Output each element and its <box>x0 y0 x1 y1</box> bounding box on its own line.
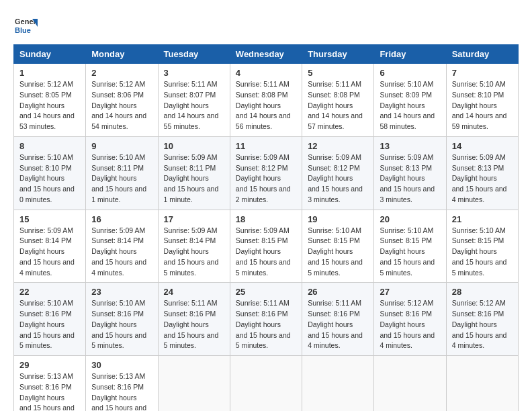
day-number: 5 <box>308 68 368 78</box>
day-number: 4 <box>236 68 296 78</box>
calendar-cell: 20 Sunrise: 5:10 AMSunset: 8:15 PMDaylig… <box>374 210 446 283</box>
calendar-cell: 7 Sunrise: 5:10 AMSunset: 8:10 PMDayligh… <box>446 64 518 137</box>
day-of-week-header: Saturday <box>446 45 518 64</box>
day-number: 18 <box>236 214 296 224</box>
day-of-week-header: Wednesday <box>230 45 302 64</box>
calendar-cell <box>446 356 518 412</box>
calendar-cell: 6 Sunrise: 5:10 AMSunset: 8:09 PMDayligh… <box>374 64 446 137</box>
calendar-cell: 8 Sunrise: 5:10 AMSunset: 8:10 PMDayligh… <box>14 136 86 210</box>
day-number: 12 <box>308 141 368 151</box>
day-number: 19 <box>308 214 368 224</box>
cell-details: Sunrise: 5:10 AMSunset: 8:10 PMDaylight … <box>452 80 507 130</box>
cell-details: Sunrise: 5:09 AMSunset: 8:13 PMDaylight … <box>452 153 507 203</box>
day-of-week-header: Sunday <box>14 45 86 64</box>
cell-details: Sunrise: 5:10 AMSunset: 8:15 PMDaylight … <box>308 226 363 277</box>
calendar-cell: 9 Sunrise: 5:10 AMSunset: 8:11 PMDayligh… <box>86 136 158 210</box>
day-number: 10 <box>164 141 224 151</box>
day-number: 20 <box>380 214 440 224</box>
calendar-cell <box>374 356 446 412</box>
cell-details: Sunrise: 5:11 AMSunset: 8:08 PMDaylight … <box>308 80 363 130</box>
calendar-week-row: 29 Sunrise: 5:13 AMSunset: 8:16 PMDaylig… <box>14 356 519 412</box>
day-number: 17 <box>164 214 224 224</box>
day-number: 22 <box>19 287 80 297</box>
day-number: 7 <box>452 68 513 78</box>
calendar-cell: 4 Sunrise: 5:11 AMSunset: 8:08 PMDayligh… <box>230 64 302 137</box>
calendar-cell: 18 Sunrise: 5:09 AMSunset: 8:15 PMDaylig… <box>230 210 302 283</box>
calendar-cell: 10 Sunrise: 5:09 AMSunset: 8:11 PMDaylig… <box>158 136 230 210</box>
day-number: 30 <box>91 360 152 370</box>
calendar-week-row: 1 Sunrise: 5:12 AMSunset: 8:05 PMDayligh… <box>14 64 519 137</box>
calendar-cell: 30 Sunrise: 5:13 AMSunset: 8:16 PMDaylig… <box>86 356 158 412</box>
calendar-cell: 5 Sunrise: 5:11 AMSunset: 8:08 PMDayligh… <box>302 64 374 137</box>
day-of-week-header: Thursday <box>302 45 374 64</box>
day-number: 13 <box>380 141 440 151</box>
day-number: 16 <box>91 214 152 224</box>
cell-details: Sunrise: 5:10 AMSunset: 8:09 PMDaylight … <box>380 80 435 130</box>
calendar-header-row: SundayMondayTuesdayWednesdayThursdayFrid… <box>14 45 519 64</box>
cell-details: Sunrise: 5:10 AMSunset: 8:16 PMDaylight … <box>19 299 75 349</box>
day-number: 2 <box>91 68 152 78</box>
calendar-cell: 25 Sunrise: 5:11 AMSunset: 8:16 PMDaylig… <box>230 283 302 356</box>
cell-details: Sunrise: 5:12 AMSunset: 8:16 PMDaylight … <box>380 299 435 349</box>
cell-details: Sunrise: 5:12 AMSunset: 8:06 PMDaylight … <box>91 80 146 130</box>
day-number: 26 <box>308 287 368 297</box>
day-of-week-header: Tuesday <box>158 45 230 64</box>
calendar-cell <box>230 356 302 412</box>
day-number: 29 <box>19 360 80 370</box>
calendar-cell: 13 Sunrise: 5:09 AMSunset: 8:13 PMDaylig… <box>374 136 446 210</box>
cell-details: Sunrise: 5:10 AMSunset: 8:11 PMDaylight … <box>91 153 146 203</box>
day-number: 23 <box>91 287 152 297</box>
logo-icon: General Blue <box>13 13 38 38</box>
day-number: 8 <box>19 141 80 151</box>
day-of-week-header: Monday <box>86 45 158 64</box>
calendar-cell: 29 Sunrise: 5:13 AMSunset: 8:16 PMDaylig… <box>14 356 86 412</box>
cell-details: Sunrise: 5:11 AMSunset: 8:08 PMDaylight … <box>236 80 291 130</box>
cell-details: Sunrise: 5:09 AMSunset: 8:14 PMDaylight … <box>19 226 75 277</box>
day-number: 27 <box>380 287 440 297</box>
cell-details: Sunrise: 5:13 AMSunset: 8:16 PMDaylight … <box>19 372 75 411</box>
calendar-cell: 12 Sunrise: 5:09 AMSunset: 8:12 PMDaylig… <box>302 136 374 210</box>
logo: General Blue <box>13 13 40 38</box>
day-number: 25 <box>236 287 296 297</box>
calendar-cell: 19 Sunrise: 5:10 AMSunset: 8:15 PMDaylig… <box>302 210 374 283</box>
calendar-cell: 23 Sunrise: 5:10 AMSunset: 8:16 PMDaylig… <box>86 283 158 356</box>
cell-details: Sunrise: 5:11 AMSunset: 8:16 PMDaylight … <box>236 299 291 349</box>
day-number: 14 <box>452 141 513 151</box>
calendar-cell: 3 Sunrise: 5:11 AMSunset: 8:07 PMDayligh… <box>158 64 230 137</box>
day-number: 28 <box>452 287 513 297</box>
calendar-cell: 26 Sunrise: 5:11 AMSunset: 8:16 PMDaylig… <box>302 283 374 356</box>
calendar-cell: 11 Sunrise: 5:09 AMSunset: 8:12 PMDaylig… <box>230 136 302 210</box>
calendar-cell: 16 Sunrise: 5:09 AMSunset: 8:14 PMDaylig… <box>86 210 158 283</box>
calendar-cell: 27 Sunrise: 5:12 AMSunset: 8:16 PMDaylig… <box>374 283 446 356</box>
day-number: 6 <box>380 68 440 78</box>
day-number: 1 <box>19 68 80 78</box>
cell-details: Sunrise: 5:10 AMSunset: 8:10 PMDaylight … <box>19 153 75 203</box>
calendar-week-row: 15 Sunrise: 5:09 AMSunset: 8:14 PMDaylig… <box>14 210 519 283</box>
calendar-week-row: 8 Sunrise: 5:10 AMSunset: 8:10 PMDayligh… <box>14 136 519 210</box>
cell-details: Sunrise: 5:13 AMSunset: 8:16 PMDaylight … <box>91 372 146 411</box>
calendar-cell: 2 Sunrise: 5:12 AMSunset: 8:06 PMDayligh… <box>86 64 158 137</box>
cell-details: Sunrise: 5:11 AMSunset: 8:07 PMDaylight … <box>164 80 219 130</box>
cell-details: Sunrise: 5:09 AMSunset: 8:15 PMDaylight … <box>236 226 291 277</box>
day-number: 24 <box>164 287 224 297</box>
calendar-cell <box>302 356 374 412</box>
calendar-cell: 14 Sunrise: 5:09 AMSunset: 8:13 PMDaylig… <box>446 136 518 210</box>
calendar-cell: 15 Sunrise: 5:09 AMSunset: 8:14 PMDaylig… <box>14 210 86 283</box>
cell-details: Sunrise: 5:09 AMSunset: 8:12 PMDaylight … <box>236 153 291 203</box>
calendar-cell: 24 Sunrise: 5:11 AMSunset: 8:16 PMDaylig… <box>158 283 230 356</box>
svg-text:Blue: Blue <box>15 26 31 34</box>
day-number: 3 <box>164 68 224 78</box>
cell-details: Sunrise: 5:11 AMSunset: 8:16 PMDaylight … <box>164 299 219 349</box>
calendar-table: SundayMondayTuesdayWednesdayThursdayFrid… <box>13 44 519 411</box>
day-number: 15 <box>19 214 80 224</box>
day-of-week-header: Friday <box>374 45 446 64</box>
cell-details: Sunrise: 5:09 AMSunset: 8:14 PMDaylight … <box>164 226 219 277</box>
cell-details: Sunrise: 5:09 AMSunset: 8:14 PMDaylight … <box>91 226 146 277</box>
day-number: 9 <box>91 141 152 151</box>
calendar-cell: 1 Sunrise: 5:12 AMSunset: 8:05 PMDayligh… <box>14 64 86 137</box>
day-number: 11 <box>236 141 296 151</box>
calendar-cell: 17 Sunrise: 5:09 AMSunset: 8:14 PMDaylig… <box>158 210 230 283</box>
calendar-cell: 21 Sunrise: 5:10 AMSunset: 8:15 PMDaylig… <box>446 210 518 283</box>
calendar-cell: 22 Sunrise: 5:10 AMSunset: 8:16 PMDaylig… <box>14 283 86 356</box>
cell-details: Sunrise: 5:09 AMSunset: 8:11 PMDaylight … <box>164 153 219 203</box>
